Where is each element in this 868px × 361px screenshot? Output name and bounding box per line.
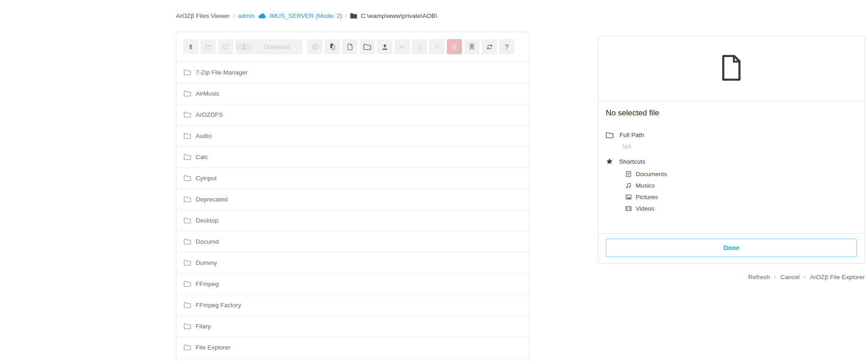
folder-icon	[184, 260, 191, 266]
shortcut-label: Documents	[636, 171, 667, 178]
file-name: File Explorer	[196, 344, 231, 351]
toolbar: Download ✂	[176, 32, 529, 62]
file-row[interactable]: AirMusic	[176, 83, 529, 104]
folder-open-icon	[204, 43, 212, 50]
footer-links: Refresh · Cancel · ArOZβ File Explorer	[748, 274, 865, 281]
file-row[interactable]: FFmpeg Factory	[176, 294, 529, 315]
help-button[interactable]: ?	[499, 39, 514, 54]
breadcrumb-server-link[interactable]: IMUS_SERVER (Mode: 2)	[270, 12, 342, 19]
swap-button[interactable]	[429, 39, 445, 54]
file-row[interactable]: Calc	[176, 146, 529, 167]
file-row[interactable]: ArOZDFS	[176, 104, 529, 125]
file-row[interactable]: Dummy	[176, 252, 529, 273]
copy-button[interactable]	[307, 39, 322, 54]
star-icon	[606, 158, 613, 165]
file-name: FFmpeg Factory	[196, 302, 241, 309]
bookmark-button[interactable]	[464, 39, 479, 54]
file-name: Deprecated	[196, 196, 228, 203]
folder-icon	[184, 344, 191, 350]
new-folder-button[interactable]	[360, 39, 375, 54]
documents-icon	[625, 171, 632, 178]
dot-separator: ·	[804, 274, 806, 281]
no-selection-title: No selected file	[606, 109, 857, 118]
file-list: 7-Zip File Manager AirMusic ArOZDFS Audi…	[176, 62, 529, 358]
new-file-button[interactable]	[342, 39, 357, 54]
file-name: Cyinput	[196, 175, 217, 182]
file-row[interactable]: FFmpeg	[176, 273, 529, 294]
shortcut-label: Videos	[636, 205, 654, 212]
download-button[interactable]: Download	[236, 39, 303, 54]
cut-button[interactable]: ✂	[395, 39, 410, 54]
details-footer: Done	[598, 233, 864, 263]
full-path-label: Full Path	[620, 132, 644, 138]
clone-icon	[311, 43, 319, 51]
folder-icon	[184, 239, 191, 245]
folder-icon	[184, 323, 191, 329]
text-cursor-icon	[417, 43, 423, 51]
upload-icon	[381, 43, 389, 51]
open-button[interactable]	[201, 39, 216, 54]
file-row[interactable]: Cyinput	[176, 167, 529, 189]
file-name: Filary	[196, 323, 211, 330]
done-button[interactable]: Done	[606, 239, 857, 257]
full-path-row: Full Path	[606, 132, 857, 138]
folder-icon	[184, 175, 191, 181]
details-content: No selected file Full Path N/A Shortcuts…	[598, 102, 864, 233]
refresh-icon	[486, 43, 493, 51]
big-file-icon	[721, 55, 742, 83]
full-path-value: N/A	[622, 143, 857, 150]
folder-outline-icon	[606, 132, 614, 138]
upload-button[interactable]	[377, 39, 392, 54]
file-row[interactable]: Filary	[176, 315, 529, 337]
shortcut-label: Pictures	[636, 194, 658, 201]
download-icon	[236, 43, 252, 50]
cancel-link[interactable]: Cancel	[780, 274, 800, 281]
up-button[interactable]	[183, 39, 198, 54]
file-row[interactable]: 7-Zip File Manager	[176, 62, 529, 83]
folder-icon	[184, 196, 191, 202]
folder-icon	[184, 133, 191, 139]
file-row[interactable]: Audio	[176, 125, 529, 146]
file-details-card: No selected file Full Path N/A Shortcuts…	[598, 36, 865, 264]
open-in-new-window-button[interactable]	[218, 39, 233, 54]
paste-button[interactable]	[325, 39, 340, 54]
folder-icon	[184, 218, 191, 223]
delete-button[interactable]	[447, 39, 462, 54]
file-row[interactable]: Documd	[176, 231, 529, 252]
shortcut-pictures[interactable]: Pictures	[625, 191, 857, 203]
file-row[interactable]: Deprecated	[176, 189, 529, 210]
folder-icon	[184, 281, 191, 287]
refresh-button[interactable]	[482, 39, 497, 54]
folder-icon	[350, 13, 357, 19]
scissors-icon: ✂	[399, 43, 405, 50]
file-row[interactable]: File Explorer	[176, 337, 529, 358]
breadcrumb-user-link[interactable]: admin	[238, 12, 255, 19]
file-name: AirMusic	[196, 90, 220, 97]
breadcrumb-separator: /	[345, 12, 347, 19]
file-list-partial-row	[176, 358, 529, 361]
file-name: ArOZDFS	[196, 111, 223, 118]
cloud-icon	[258, 13, 266, 19]
breadcrumb-separator: /	[233, 12, 235, 19]
pictures-icon	[625, 194, 632, 201]
folder-icon	[184, 91, 191, 97]
refresh-link[interactable]: Refresh	[748, 274, 770, 281]
shortcut-videos[interactable]: Videos	[625, 203, 857, 214]
file-browser-card: Download ✂	[176, 32, 530, 361]
folder-icon	[184, 154, 191, 160]
download-label: Download	[252, 43, 303, 50]
file-icon	[347, 43, 353, 51]
videos-icon	[625, 205, 632, 212]
shortcut-documents[interactable]: Documents	[625, 168, 857, 180]
breadcrumb: ArOZβ Files Viewer / admin IMUS_SERVER (…	[176, 12, 437, 19]
shortcuts-label: Shortcuts	[619, 158, 645, 165]
rename-button[interactable]	[412, 39, 427, 54]
shortcut-label: Musics	[636, 182, 655, 189]
dot-separator: ·	[774, 274, 776, 281]
file-row[interactable]: Desktop	[176, 210, 529, 231]
file-explorer-link[interactable]: ArOZβ File Explorer	[810, 274, 865, 281]
bookmark-icon	[469, 43, 475, 51]
music-icon	[625, 182, 632, 189]
external-link-icon	[222, 43, 229, 50]
shortcut-musics[interactable]: Musics	[625, 180, 857, 191]
